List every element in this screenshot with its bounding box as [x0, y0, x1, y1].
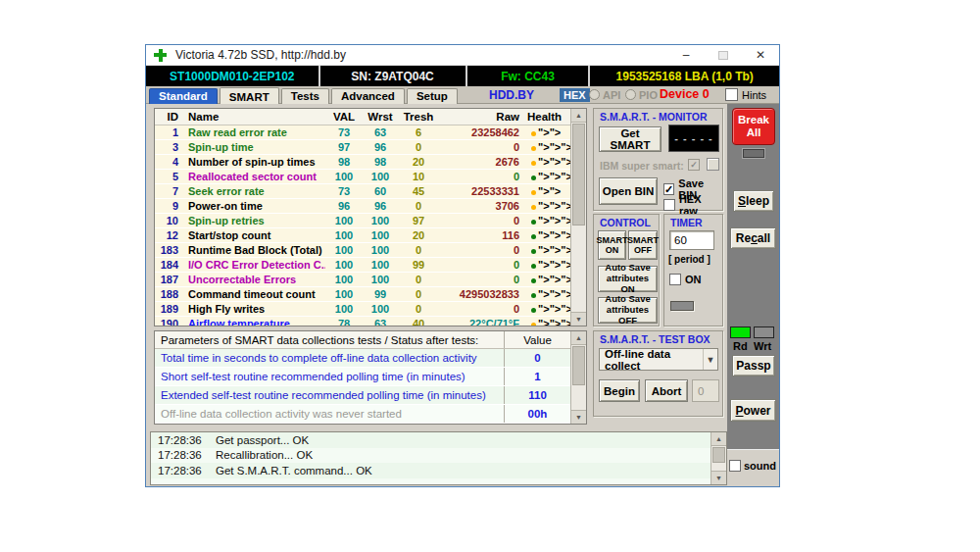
passport-button[interactable]: Passp [732, 355, 775, 376]
attr-raw: 0 [439, 274, 525, 285]
params-row[interactable]: Off-line data collection activity was ne… [155, 405, 586, 424]
attr-val: 100 [325, 244, 363, 256]
tab-bar: Standard SMART Tests Advanced Setup HDD.… [146, 86, 779, 104]
table-row[interactable]: 187Uncorrectable Errors10010000">">">"> [155, 273, 586, 287]
table-row[interactable]: 189High Fly writes10010000">">">"> [155, 302, 586, 317]
attr-val: 100 [325, 259, 363, 271]
scroll-down-icon[interactable]: ▼ [571, 410, 586, 424]
pio-radio-label: PIO [639, 89, 658, 101]
table-row[interactable]: 7Seek error rate73604522533331">"> [155, 184, 586, 199]
autosave-on-button[interactable]: Auto Save attributes ON [598, 266, 658, 292]
api-radio[interactable] [589, 89, 600, 100]
scroll-down-icon[interactable]: ▼ [571, 312, 586, 326]
table-row[interactable]: 188Command timeout count1009904295032833… [155, 287, 586, 302]
timer-led [670, 301, 694, 311]
table-row[interactable]: 184I/O CRC Error Detection C...100100990… [155, 258, 586, 273]
attr-raw: 116 [439, 229, 525, 241]
test-select[interactable]: Off-line data collect ▼ [599, 348, 718, 371]
params-scrollbar[interactable]: ▲ ▼ [570, 331, 586, 424]
col-raw[interactable]: Raw [439, 111, 525, 123]
attr-id: 7 [155, 185, 182, 197]
power-button[interactable]: Power [730, 399, 776, 422]
table-header: ID Name VAL Wrst Tresh Raw Health [155, 109, 586, 125]
attr-raw: 0 [439, 215, 525, 226]
sound-checkbox[interactable] [729, 460, 741, 472]
col-wrst[interactable]: Wrst [363, 111, 398, 123]
ibm-extra-checkbox[interactable] [707, 158, 719, 171]
col-val[interactable]: VAL [325, 111, 363, 123]
tab-standard[interactable]: Standard [149, 88, 218, 104]
tab-tests[interactable]: Tests [281, 88, 329, 104]
attr-id: 12 [155, 229, 182, 241]
attr-wrst: 63 [363, 126, 398, 138]
close-button[interactable]: ✕ [742, 45, 779, 65]
table-row[interactable]: 9Power-on time969603706">">"> [155, 199, 586, 214]
hddby-link[interactable]: HDD.BY [489, 88, 534, 102]
scroll-up-icon[interactable]: ▲ [711, 432, 726, 446]
sleep-button[interactable]: Sleep [733, 190, 774, 212]
begin-button[interactable]: Begin [599, 379, 640, 402]
title-bar: Victoria 4.72b SSD, http://hdd.by – ✕ [146, 45, 779, 66]
scroll-up-icon[interactable]: ▲ [571, 331, 586, 345]
tab-setup[interactable]: Setup [407, 88, 458, 104]
attr-name: Reallocated sector count [182, 171, 325, 182]
scroll-down-icon[interactable]: ▼ [711, 471, 726, 484]
timer-on-checkbox[interactable] [669, 274, 681, 285]
params-row[interactable]: Extended self-test routine recommended p… [155, 386, 586, 405]
scroll-up-icon[interactable]: ▲ [571, 109, 586, 123]
attr-id: 190 [155, 318, 182, 326]
smart-off-button[interactable]: SMART OFF [628, 230, 658, 260]
param-label: Extended self-test routine recommended p… [155, 389, 504, 401]
attr-raw: 3706 [439, 200, 525, 212]
col-tresh[interactable]: Tresh [398, 111, 439, 123]
table-row[interactable]: 5Reallocated sector count100100100">">">… [155, 170, 586, 184]
pio-radio[interactable] [625, 89, 636, 100]
maximize-button[interactable] [705, 45, 742, 65]
params-row[interactable]: Total time in seconds to complete off-li… [155, 349, 586, 368]
table-row[interactable]: 12Start/stop count10010020116">">">"> [155, 228, 586, 243]
smart-on-button[interactable]: SMART ON [598, 230, 626, 260]
get-smart-button[interactable]: Get SMART [599, 126, 662, 152]
params-row[interactable]: Short self-test routine recommended poll… [155, 368, 586, 386]
table-row[interactable]: 190Airflow temperature78634022°C/71°F">"… [155, 317, 586, 326]
tab-smart[interactable]: SMART [220, 87, 279, 105]
attr-raw: 0 [439, 244, 525, 256]
autosave-off-button[interactable]: Auto Save attributes OFF [598, 297, 658, 324]
attr-id: 189 [155, 303, 182, 315]
log-scroll-thumb[interactable] [712, 447, 725, 463]
attr-id: 1 [155, 126, 182, 138]
param-value: 1 [504, 368, 570, 385]
attr-name: Raw read error rate [182, 126, 325, 138]
device-info-bar: ST1000DM010-2EP102 SN: Z9ATQ04C Fw: CC43… [146, 66, 779, 86]
attr-name: Uncorrectable Errors [182, 274, 325, 285]
table-scrollbar[interactable]: ▲ ▼ [570, 109, 586, 326]
table-row[interactable]: 183Runtime Bad Block (Total)10010000">">… [155, 243, 586, 258]
minimize-button[interactable]: – [667, 45, 705, 65]
col-id[interactable]: ID [155, 111, 182, 123]
table-row[interactable]: 4Number of spin-up times9898202676">">"> [155, 155, 586, 170]
recall-button[interactable]: Recall [730, 227, 776, 249]
table-scroll-thumb[interactable] [572, 124, 585, 226]
log-scrollbar[interactable]: ▲ ▼ [710, 432, 726, 484]
log-time: 17:28:36 [151, 449, 204, 461]
table-row[interactable]: 1Raw read error rate7363623258462">"> [155, 125, 586, 140]
hex-raw-checkbox[interactable] [663, 199, 675, 211]
abort-button[interactable]: Abort [645, 379, 688, 402]
params-scroll-thumb[interactable] [572, 346, 585, 385]
break-all-led [743, 149, 764, 158]
chevron-down-icon[interactable]: ▼ [703, 349, 717, 370]
tab-advanced[interactable]: Advanced [331, 88, 405, 104]
timer-box: TIMER 60 [ period ] ON [663, 214, 723, 326]
read-led [730, 326, 751, 338]
hints-checkbox[interactable] [725, 88, 738, 101]
break-all-button[interactable]: Break All [732, 108, 775, 145]
attr-val: 78 [325, 318, 363, 326]
timer-period-input[interactable]: 60 [669, 230, 714, 250]
open-bin-button[interactable]: Open BIN [599, 177, 658, 205]
hex-toggle[interactable]: HEX [560, 88, 590, 102]
table-row[interactable]: 10Spin-up retries100100970">">">"> [155, 214, 586, 228]
attr-val: 100 [325, 303, 363, 315]
table-row[interactable]: 3Spin-up time979600">">"> [155, 140, 586, 155]
attr-id: 10 [155, 215, 182, 226]
col-name[interactable]: Name [182, 111, 325, 123]
